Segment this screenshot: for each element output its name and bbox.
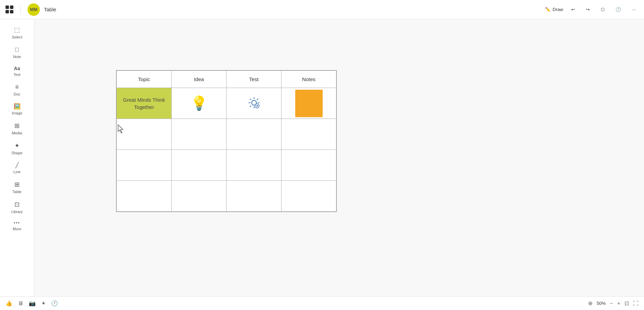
table-row: Great Minds Think Together 💡 — [117, 88, 336, 119]
sidebar-item-select[interactable]: ⬚ Select — [3, 23, 31, 42]
share-button[interactable]: ⬡ — [598, 5, 607, 13]
sidebar-item-text-label: Text — [13, 73, 20, 77]
cell-empty-1-4[interactable] — [281, 119, 336, 150]
cell-empty-1-1[interactable] — [117, 119, 172, 150]
redo-button[interactable]: ↪ — [583, 5, 593, 13]
canvas: Topic Idea Test Notes Great Minds Think … — [34, 19, 644, 296]
table-row — [117, 181, 336, 212]
table-container: Topic Idea Test Notes Great Minds Think … — [116, 70, 337, 212]
fit-view-button[interactable]: ⊡ — [624, 300, 629, 307]
table-row — [117, 150, 336, 181]
cell-idea-lightbulb[interactable]: 💡 — [172, 88, 227, 119]
sidebar: ⬚ Select □ Note Aa Text ≡ Doc 🖼️ Image ⊞… — [0, 19, 34, 296]
shape-icon: ✦ — [14, 142, 20, 150]
share-icon: ⬡ — [601, 7, 605, 12]
avatar[interactable]: MM — [27, 3, 40, 16]
cell-empty-2-1[interactable] — [117, 150, 172, 181]
app-logo[interactable] — [5, 5, 13, 13]
media-icon: ⊞ — [14, 122, 20, 130]
header: MM Table ✏️ Draw ↩ ↪ ⬡ 🕐 ··· — [0, 0, 644, 19]
sidebar-item-line[interactable]: ╱ Line — [3, 159, 31, 177]
data-table: Topic Idea Test Notes Great Minds Think … — [116, 70, 336, 212]
cell-notes-sticky[interactable] — [281, 88, 336, 119]
sidebar-item-media[interactable]: ⊞ Media — [3, 119, 31, 138]
lightbulb-icon: 💡 — [191, 96, 208, 111]
header-left: MM Table — [5, 3, 56, 16]
header-divider — [20, 4, 21, 15]
more-sidebar-icon: ••• — [14, 221, 20, 225]
zoom-in-button[interactable]: + — [617, 300, 620, 307]
select-icon: ⬚ — [14, 26, 20, 34]
header-right: ✏️ Draw ↩ ↪ ⬡ 🕐 ··· — [545, 5, 639, 13]
sidebar-item-text[interactable]: Aa Text — [3, 63, 31, 79]
more-icon: ··· — [632, 7, 636, 12]
sidebar-item-note-label: Note — [13, 55, 21, 59]
cell-empty-3-1[interactable] — [117, 181, 172, 212]
cell-empty-1-3[interactable] — [227, 119, 281, 150]
bottom-right: ⊕ 50% − + ⊡ ⛶ — [588, 300, 639, 307]
svg-line-7 — [257, 99, 258, 100]
cell-empty-2-3[interactable] — [227, 150, 281, 181]
draw-label: Draw — [553, 7, 563, 12]
image-icon: 🖼️ — [14, 103, 21, 110]
bottom-left: 👍 🖥 📷 ✦ 🕐 — [5, 300, 58, 307]
zoom-out-button[interactable]: − — [610, 300, 613, 307]
sidebar-item-media-label: Media — [12, 131, 22, 135]
sidebar-item-doc[interactable]: ≡ Doc — [3, 81, 31, 99]
col-header-idea: Idea — [172, 71, 227, 88]
sidebar-item-more[interactable]: ••• More — [3, 218, 31, 234]
sidebar-item-note[interactable]: □ Note — [3, 43, 31, 62]
zoom-fit-icon[interactable]: ⊕ — [588, 300, 593, 307]
cell-empty-2-2[interactable] — [172, 150, 227, 181]
sidebar-item-more-label: More — [13, 227, 21, 231]
cell-empty-1-2[interactable] — [172, 119, 227, 150]
fullscreen-button[interactable]: ⛶ — [633, 300, 639, 307]
undo-button[interactable]: ↩ — [568, 5, 578, 13]
doc-title: Table — [44, 7, 56, 12]
sidebar-item-doc-label: Doc — [14, 92, 21, 96]
sidebar-item-table-label: Table — [12, 190, 21, 194]
zoom-level: 50% — [597, 301, 606, 306]
sidebar-item-select-label: Select — [12, 35, 22, 39]
cell-empty-3-3[interactable] — [227, 181, 281, 212]
gear-settings-icon — [246, 95, 262, 110]
cell-test-gear[interactable] — [227, 88, 281, 119]
col-header-topic: Topic — [117, 71, 172, 88]
grid-icon[interactable]: ✦ — [41, 300, 46, 307]
sidebar-item-line-label: Line — [13, 170, 21, 174]
cell-empty-3-4[interactable] — [281, 181, 336, 212]
line-icon: ╱ — [15, 162, 19, 168]
text-icon: Aa — [14, 66, 20, 71]
redo-icon: ↪ — [586, 7, 590, 12]
library-icon: ⊡ — [14, 201, 20, 208]
present-icon[interactable]: 🖥 — [18, 300, 23, 307]
sidebar-item-shape[interactable]: ✦ Shape — [3, 139, 31, 158]
thumbs-up-icon[interactable]: 👍 — [5, 300, 12, 307]
note-icon: □ — [15, 46, 19, 53]
cell-empty-3-2[interactable] — [172, 181, 227, 212]
timer-icon[interactable]: 🕐 — [51, 300, 58, 307]
sidebar-item-library[interactable]: ⊡ Library — [3, 198, 31, 217]
table-row — [117, 119, 336, 150]
more-options-button[interactable]: ··· — [629, 5, 639, 13]
svg-point-10 — [256, 105, 258, 107]
sticky-note-orange — [295, 90, 323, 117]
col-header-notes: Notes — [281, 71, 336, 88]
bottom-bar: 👍 🖥 📷 ✦ 🕐 ⊕ 50% − + ⊡ ⛶ — [0, 296, 644, 310]
col-header-test: Test — [227, 71, 281, 88]
history-button[interactable]: 🕐 — [613, 5, 624, 13]
sidebar-item-image[interactable]: 🖼️ Image — [3, 100, 31, 118]
cell-topic-text[interactable]: Great Minds Think Together — [117, 88, 172, 119]
svg-line-5 — [250, 99, 251, 100]
sidebar-item-table[interactable]: ⊞ Table — [3, 178, 31, 197]
svg-line-8 — [250, 106, 251, 107]
history-icon: 🕐 — [616, 7, 621, 12]
undo-icon: ↩ — [571, 7, 575, 12]
cell-empty-2-4[interactable] — [281, 150, 336, 181]
camera-icon[interactable]: 📷 — [29, 300, 36, 307]
sidebar-item-shape-label: Shape — [12, 151, 23, 155]
sidebar-item-library-label: Library — [11, 210, 23, 214]
doc-icon: ≡ — [15, 84, 19, 91]
sidebar-item-image-label: Image — [12, 111, 22, 115]
draw-button[interactable]: ✏️ Draw — [545, 7, 563, 12]
